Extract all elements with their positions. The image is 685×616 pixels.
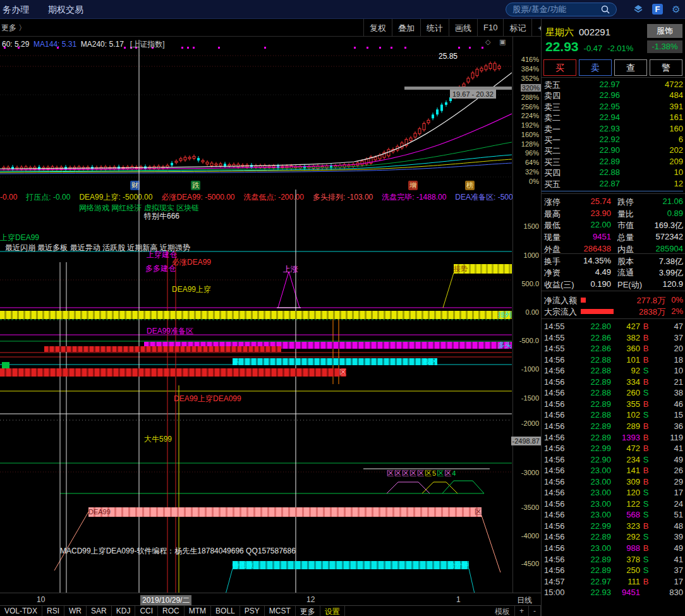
stat-row: 最低22.00市值169.3亿 [542,220,683,231]
template-control--[interactable]: - [529,606,541,616]
pane-diamond-icon[interactable]: ◇ [485,38,490,46]
transaction-row[interactable]: 15:0022.939451830 [542,588,683,597]
menu-business[interactable]: 务办理 [3,4,29,16]
orderbook-row[interactable]: 买三22.89209 [542,157,683,168]
x-tick: 12 [306,595,315,604]
template-control-模板[interactable]: 模板 [490,606,515,616]
orderbook-row[interactable]: 卖三22.95391 [542,102,683,113]
indicator-tab-MCST[interactable]: MCST [265,606,296,616]
trade-button-警[interactable]: 警 [650,59,682,76]
sector-button[interactable]: 服饰 [647,24,682,38]
stock-name[interactable]: 星期六 [545,27,574,39]
indicator-tab-CCI[interactable]: CCI [135,606,158,616]
transaction-row[interactable]: 14:5622.8892S10 [542,366,683,375]
indicator-tab-settings[interactable]: 设置 [320,606,345,616]
band-cyan-2: 特图微 给分钟 [233,561,469,569]
transaction-row[interactable]: 14:5623.00122S24 [542,499,683,509]
quote-panel: 星期六 002291 服饰 -1.38% 22.93 -0.47 -2.01% … [541,19,685,616]
peak-price-label: 25.85 [439,52,458,61]
transaction-row[interactable]: 14:5622.88102S15 [542,410,683,420]
transaction-row[interactable]: 14:5622.89289B36 [542,421,683,431]
transaction-row[interactable]: 14:5623.00309B29 [542,477,683,486]
transaction-row[interactable]: 14:5622.89334B21 [542,377,683,387]
indicator-tab-ROC[interactable]: ROC [158,606,185,616]
indicator-tab-WR[interactable]: WR [64,606,87,616]
indicator-tab-PSY[interactable]: PSY [240,606,265,616]
menu-options-trading[interactable]: 期权交易 [48,4,83,16]
orderbook-row[interactable]: 买二22.90202 [542,145,683,157]
indicator-tab-RSI[interactable]: RSI [42,606,64,616]
region-tag-榜[interactable]: 榜 [465,181,475,190]
transaction-row[interactable]: 14:5623.00568S51 [542,510,683,519]
toolbar-item-统计[interactable]: 统计 [420,19,449,37]
trade-button-卖[interactable]: 卖 [579,59,612,76]
search-input[interactable]: 股票/基金/功能 [506,3,617,16]
chart-region[interactable]: 60: 5.29 MA144: 5.31 MA240: 5.17 [上证指数] … [0,37,541,593]
toolbar-item-F10[interactable]: F10 [477,19,503,37]
layers-icon[interactable] [632,4,645,15]
region-tag-财[interactable]: 财 [130,181,140,190]
concept-tags[interactable]: 网络游戏 网红经济 虚拟现实 区块链 [79,203,199,214]
transaction-row[interactable]: 14:5623.00141B26 [542,466,683,475]
indicator-tab-MTM[interactable]: MTM [185,606,211,616]
orderbook-row[interactable]: 买五22.8712 [542,179,683,190]
region-tag-增[interactable]: 增 [408,181,418,190]
orderbook-row[interactable]: 买四22.8810 [542,167,683,179]
transaction-row[interactable]: 14:5622.88260S38 [542,388,683,397]
param-item: DEA准备区: -500 [455,193,512,202]
transaction-row[interactable]: 14:5622.90234S49 [542,455,683,464]
transaction-row[interactable]: 14:5622.89250S37 [542,565,683,575]
transaction-row[interactable]: 14:5623.00988B49 [542,543,683,553]
template-control-+[interactable]: + [515,606,529,616]
toolbar-item-叠加[interactable]: 叠加 [392,19,420,37]
transaction-row[interactable]: 14:5622.89378S41 [542,555,683,564]
period-label[interactable]: 日线 [517,595,532,606]
transaction-row[interactable]: 14:5622.88101B18 [542,355,683,365]
transaction-row[interactable]: 14:5623.00120S17 [542,488,683,497]
region-tag-跌[interactable]: 跌 [191,181,200,190]
axis-value-label: 500.0 [521,280,539,287]
indicator-tab-BOLL[interactable]: BOLL [211,606,240,616]
axis-percent-label: 96% [525,149,539,157]
trade-button-查[interactable]: 查 [614,59,647,76]
orderbook-row[interactable]: 买一22.926 [542,135,683,146]
transaction-row[interactable]: 14:5522.86360B20 [542,344,683,353]
more-tabs-button[interactable]: 更多 〉 [1,23,26,33]
indicator-tab-SAR[interactable]: SAR [87,606,112,616]
gear-icon[interactable]: ⚙ [670,4,682,15]
f10-icon[interactable]: F [652,4,663,15]
toolbar-item-画线[interactable]: 画线 [449,19,477,37]
axis-value-label: -1000 [521,365,539,373]
stock-code[interactable]: 002291 [579,27,610,39]
trade-button-买[interactable]: 买 [543,59,576,76]
note-dea-up: DEA99上穿 [172,284,211,295]
orderbook-row[interactable]: 卖二22.94161 [542,112,683,124]
indicator-tab-更多[interactable]: 更多 [296,606,320,616]
transaction-row[interactable]: 14:5622.99323B48 [542,521,683,531]
candlestick-chart[interactable] [0,38,512,191]
top-menu-bar: 务办理 期权交易 股票/基金/功能 F ⚙ [0,0,685,19]
toolbar-item-标记[interactable]: 标记 [503,19,531,37]
ma240-value: MA240: 5.17 [81,40,124,49]
indicator-tab-VOL-TDX[interactable]: VOL-TDX [0,606,42,616]
pane-window-icon[interactable]: ▣ [499,38,506,46]
indicator-tab-KDJ[interactable]: KDJ [112,606,136,616]
note-bizhang: 必涨DEA99 [172,257,211,268]
transaction-row[interactable]: 14:5622.89292S39 [542,532,683,541]
orderbook-row[interactable]: 卖五22.974722 [542,80,683,91]
transaction-row[interactable]: 14:5622.99472B41 [542,444,683,453]
band-red-1 [44,346,281,352]
search-icon[interactable] [601,5,610,14]
axis-value-label: -2000 [521,420,539,427]
transaction-row[interactable]: 14:5522.80427B47 [542,322,683,331]
transaction-row[interactable]: 14:5622.89355B46 [542,399,683,409]
range-label: 19.67 - 20.32 [450,90,496,99]
toolbar-item-复权[interactable]: 复权 [363,19,392,37]
orderbook-row[interactable]: 卖一22.93160 [542,124,683,135]
transaction-row[interactable]: 14:5622.891393B119 [542,433,683,442]
transaction-row[interactable]: 14:5722.97111B17 [542,577,683,586]
transaction-row[interactable]: 14:5522.86382B37 [542,333,683,342]
axis-percent-label: 288% [521,94,539,101]
orderbook-row[interactable]: 卖四22.96484 [542,90,683,102]
stat-row: 净资4.49流通3.99亿 [542,267,683,279]
